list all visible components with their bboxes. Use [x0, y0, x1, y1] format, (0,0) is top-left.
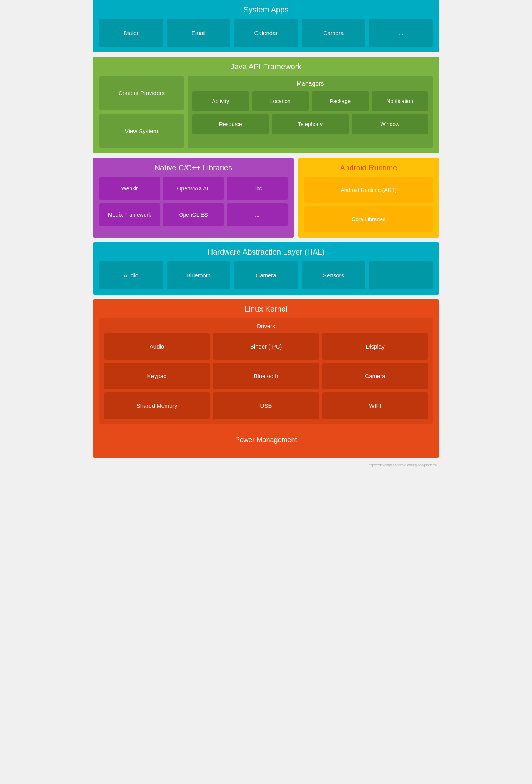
- manager-resource: Resource: [192, 114, 269, 134]
- driver-audio: Audio: [104, 333, 210, 360]
- native-libs-layer: Native C/C++ Libraries Webkit OpenMAX AL…: [93, 158, 294, 238]
- lib-opengl: OpenGL ES: [163, 203, 224, 226]
- art-cell: Android Runtime (ART): [304, 177, 433, 203]
- lib-libc: Libc: [227, 177, 288, 200]
- driver-bluetooth: Bluetooth: [213, 363, 319, 389]
- hal-bluetooth: Bluetooth: [167, 261, 231, 289]
- driver-wifi: WIFI: [322, 392, 428, 419]
- lib-webkit: Webkit: [99, 177, 160, 200]
- linux-kernel-layer: Linux Kernel Drivers Audio Binder (IPC) …: [93, 299, 439, 458]
- manager-activity: Activity: [192, 91, 249, 111]
- native-libs-row-2: Media Framework OpenGL ES ...: [99, 203, 288, 226]
- java-api-inner: Content Providers View System Managers A…: [99, 76, 433, 148]
- java-api-left: Content Providers View System: [99, 76, 184, 148]
- manager-telephony: Telephony: [272, 114, 348, 134]
- android-runtime-title: Android Runtime: [304, 163, 433, 172]
- app-email: Email: [167, 19, 231, 47]
- watermark: https://developer.android.com/guide/plat…: [93, 462, 439, 468]
- view-system: View System: [99, 114, 184, 148]
- drivers-grid: Audio Binder (IPC) Display Keypad Blueto…: [104, 333, 428, 419]
- managers-grid: Activity Location Package Notification R…: [192, 91, 428, 134]
- driver-camera: Camera: [322, 363, 428, 389]
- hal-more: ...: [369, 261, 433, 289]
- drivers-section: Drivers Audio Binder (IPC) Display Keypa…: [99, 318, 433, 424]
- system-apps-grid: Dialer Email Calendar Camera ...: [99, 19, 433, 47]
- managers-title: Managers: [192, 80, 428, 87]
- java-api-layer: Java API Framework Content Providers Vie…: [93, 57, 439, 153]
- lib-more: ...: [227, 203, 288, 226]
- hal-sensors: Sensors: [302, 261, 366, 289]
- driver-keypad: Keypad: [104, 363, 210, 389]
- driver-usb: USB: [213, 392, 319, 419]
- driver-binder: Binder (IPC): [213, 333, 319, 360]
- app-calendar: Calendar: [234, 19, 298, 47]
- native-libs-row-1: Webkit OpenMAX AL Libc: [99, 177, 288, 200]
- content-providers: Content Providers: [99, 76, 184, 110]
- native-libs-grid: Webkit OpenMAX AL Libc Media Framework O…: [99, 177, 288, 226]
- managers-panel: Managers Activity Location Package Notif…: [188, 76, 433, 148]
- power-management: Power Management: [99, 427, 433, 452]
- drivers-row-2: Keypad Bluetooth Camera: [104, 363, 428, 389]
- hal-audio: Audio: [99, 261, 163, 289]
- managers-row-1: Activity Location Package Notification: [192, 91, 428, 111]
- hal-grid: Audio Bluetooth Camera Sensors ...: [99, 261, 433, 289]
- drivers-row-1: Audio Binder (IPC) Display: [104, 333, 428, 360]
- app-more: ...: [369, 19, 433, 47]
- hal-layer: Hardware Abstraction Layer (HAL) Audio B…: [93, 242, 439, 295]
- linux-kernel-title: Linux Kernel: [99, 305, 433, 314]
- manager-notification: Notification: [372, 91, 429, 111]
- native-libs-title: Native C/C++ Libraries: [99, 163, 288, 172]
- lib-openmax: OpenMAX AL: [163, 177, 224, 200]
- app-dialer: Dialer: [99, 19, 163, 47]
- system-apps-title: System Apps: [99, 5, 433, 14]
- hal-camera: Camera: [234, 261, 298, 289]
- manager-location: Location: [252, 91, 309, 111]
- drivers-title: Drivers: [104, 323, 428, 329]
- lib-media-framework: Media Framework: [99, 203, 160, 226]
- native-runtime-row: Native C/C++ Libraries Webkit OpenMAX AL…: [93, 158, 439, 238]
- driver-display: Display: [322, 333, 428, 360]
- manager-package: Package: [312, 91, 369, 111]
- android-runtime-cells: Android Runtime (ART) Core Libraries: [304, 177, 433, 232]
- driver-shared-memory: Shared Memory: [104, 392, 210, 419]
- java-api-title: Java API Framework: [99, 62, 433, 71]
- android-runtime-layer: Android Runtime Android Runtime (ART) Co…: [298, 158, 439, 238]
- manager-window: Window: [352, 114, 428, 134]
- core-libraries-cell: Core Libraries: [304, 206, 433, 232]
- app-camera: Camera: [302, 19, 366, 47]
- drivers-row-3: Shared Memory USB WIFI: [104, 392, 428, 419]
- hal-title: Hardware Abstraction Layer (HAL): [99, 248, 433, 257]
- managers-row-2: Resource Telephony Window: [192, 114, 428, 134]
- system-apps-layer: System Apps Dialer Email Calendar Camera…: [93, 0, 439, 52]
